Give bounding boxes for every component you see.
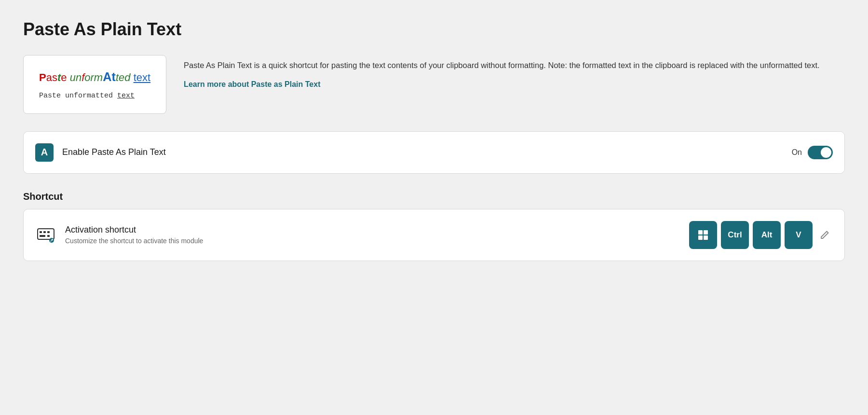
preview-card: Paste unformAtted text Paste unformatted… — [23, 55, 166, 114]
shortcut-subtitle: Customize the shortcut to activate this … — [65, 237, 680, 245]
svg-rect-5 — [47, 235, 50, 237]
enable-toggle[interactable] — [808, 146, 833, 159]
shortcut-keys: Ctrl Alt V — [689, 221, 833, 249]
learn-more-link[interactable]: Learn more about Paste as Plain Text — [184, 80, 320, 88]
svg-rect-9 — [704, 230, 708, 235]
svg-rect-1 — [40, 231, 42, 233]
description-text: Paste As Plain Text is a quick shortcut … — [184, 59, 845, 71]
toggle-status: On — [792, 148, 802, 157]
shortcut-icon: ↗ — [35, 224, 56, 246]
svg-rect-4 — [40, 235, 45, 237]
svg-rect-11 — [704, 235, 708, 240]
svg-rect-10 — [698, 235, 703, 240]
svg-rect-2 — [43, 231, 46, 233]
shortcut-heading: Shortcut — [23, 191, 845, 202]
edit-shortcut-button[interactable] — [816, 227, 833, 243]
svg-rect-3 — [47, 231, 50, 233]
top-section: Paste unformAtted text Paste unformatted… — [23, 55, 845, 114]
key-windows[interactable] — [689, 221, 717, 249]
enable-setting-card: A Enable Paste As Plain Text On — [23, 131, 845, 174]
shortcut-row: ↗ Activation shortcut Customize the shor… — [35, 209, 833, 261]
svg-text:↗: ↗ — [50, 238, 54, 243]
page-title: Paste As Plain Text — [23, 19, 845, 40]
enable-setting-row: A Enable Paste As Plain Text On — [35, 132, 833, 173]
shortcut-title: Activation shortcut — [65, 225, 680, 235]
toggle-wrapper: On — [792, 146, 833, 159]
svg-rect-8 — [698, 230, 703, 235]
enable-label: Enable Paste As Plain Text — [62, 147, 783, 157]
shortcut-card: ↗ Activation shortcut Customize the shor… — [23, 209, 845, 261]
shortcut-section: Shortcut ↗ Activation shortcut Customize… — [23, 191, 845, 261]
preview-formatted: Paste unformAtted text — [39, 69, 150, 85]
preview-plain: Paste unformatted text — [39, 92, 150, 100]
key-alt[interactable]: Alt — [753, 221, 781, 249]
key-ctrl[interactable]: Ctrl — [721, 221, 749, 249]
description-section: Paste As Plain Text is a quick shortcut … — [184, 55, 845, 89]
enable-icon-label: A — [41, 147, 48, 158]
key-v[interactable]: V — [785, 221, 813, 249]
enable-icon: A — [35, 143, 54, 162]
shortcut-info: Activation shortcut Customize the shortc… — [65, 225, 680, 245]
